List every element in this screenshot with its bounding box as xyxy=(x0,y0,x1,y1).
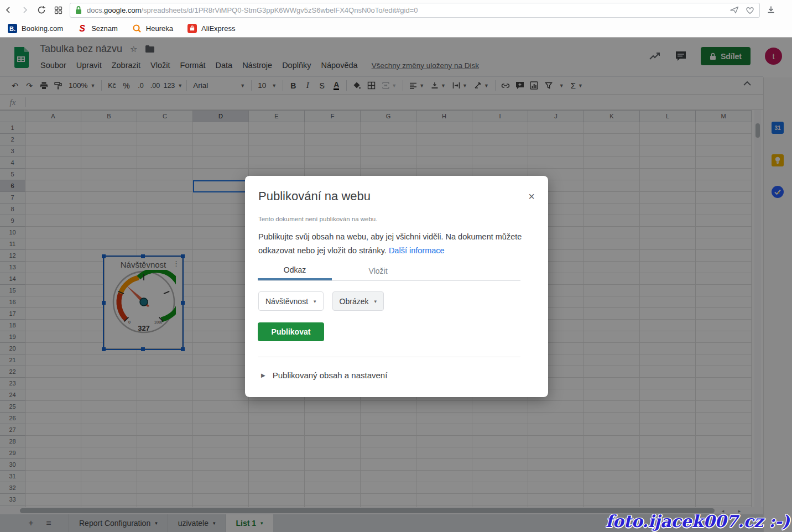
dialog-tabs: Odkaz Vložit xyxy=(258,262,520,281)
watermark: foto.ijacek007.cz :-) xyxy=(606,512,790,531)
aliexpress-icon xyxy=(187,24,197,33)
chevron-down-icon: ▾ xyxy=(314,299,316,304)
format-select-value: Obrázek xyxy=(340,297,369,306)
expander-label: Publikovaný obsah a nastavení xyxy=(273,371,388,380)
close-icon[interactable]: × xyxy=(528,190,535,203)
dialog-body-text: Publikujte svůj obsah na webu, aby jej v… xyxy=(258,230,524,258)
forward-icon[interactable] xyxy=(17,2,33,18)
content-select-value: Návštěvnost xyxy=(265,297,308,306)
bookmark-heureka[interactable]: Heureka xyxy=(132,24,173,33)
flow-share-icon[interactable] xyxy=(730,6,739,14)
published-content-expander[interactable]: ▶ Publikovaný obsah a nastavení xyxy=(261,371,387,380)
tab-vlozit[interactable]: Vložit xyxy=(332,262,424,280)
sheets-page: Tabulka bez názvu ☆ Soubor Upravit Zobra… xyxy=(0,38,792,532)
bookmark-label: Heureka xyxy=(146,24,173,33)
publish-status-text: Tento dokument není publikován na webu. xyxy=(258,216,535,222)
screen: docs.google.com/spreadsheets/d/1PR8rViMP… xyxy=(0,0,792,532)
browser-chrome: docs.google.com/spreadsheets/d/1PR8rViMP… xyxy=(0,0,792,38)
bookmark-aliexpress[interactable]: AliExpress xyxy=(187,24,235,33)
address-bar-row: docs.google.com/spreadsheets/d/1PR8rViMP… xyxy=(0,0,792,20)
chevron-down-icon: ▾ xyxy=(374,299,377,304)
lock-icon xyxy=(75,6,82,14)
bookmark-seznam[interactable]: S Seznam xyxy=(77,24,118,33)
heureka-icon xyxy=(132,24,142,33)
bookmark-label: AliExpress xyxy=(201,24,235,33)
publish-dialog: Publikování na webu × Tento dokument nen… xyxy=(245,176,548,397)
more-info-link[interactable]: Další informace xyxy=(389,246,445,255)
seznam-icon: S xyxy=(77,24,87,33)
content-select[interactable]: Návštěvnost ▾ xyxy=(258,291,324,311)
speed-dial-icon[interactable] xyxy=(50,2,66,18)
tab-odkaz[interactable]: Odkaz xyxy=(258,262,332,280)
booking-icon: B. xyxy=(8,24,17,33)
dialog-divider xyxy=(258,357,520,357)
dialog-title: Publikování na webu xyxy=(258,189,535,204)
bookmark-booking[interactable]: B. Booking.com xyxy=(8,24,63,33)
format-select[interactable]: Obrázek ▾ xyxy=(332,291,384,311)
reload-icon[interactable] xyxy=(33,2,50,18)
bookmark-label: Seznam xyxy=(91,24,118,33)
download-icon[interactable] xyxy=(767,6,775,14)
expander-arrow-icon: ▶ xyxy=(261,372,265,378)
publish-button[interactable]: Publikovat xyxy=(258,322,324,341)
back-icon[interactable] xyxy=(0,2,17,18)
heart-bookmark-icon[interactable] xyxy=(745,6,755,14)
url-text: docs.google.com/spreadsheets/d/1PR8rViMP… xyxy=(87,6,418,14)
bookmark-label: Booking.com xyxy=(22,24,63,33)
bookmarks-bar: B. Booking.com S Seznam Heureka AliExpre… xyxy=(0,20,792,37)
url-bar[interactable]: docs.google.com/spreadsheets/d/1PR8rViMP… xyxy=(70,3,760,18)
